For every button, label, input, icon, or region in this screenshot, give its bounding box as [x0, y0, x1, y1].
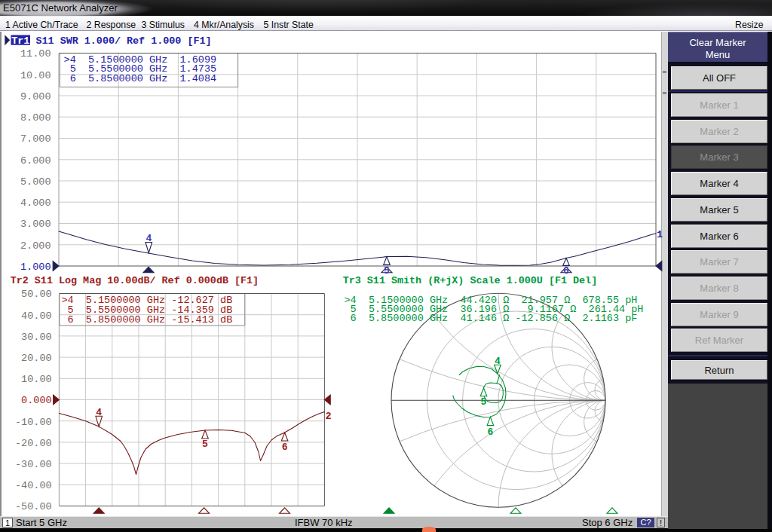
- svg-text:2.000: 2.000: [20, 240, 51, 252]
- svg-text:1.000: 1.000: [20, 261, 51, 273]
- svg-text:-30.00: -30.00: [15, 459, 52, 470]
- svg-text:6 5.8500000 GHz 41.146 Ω -12: 6 5.8500000 GHz 41.146 Ω -12.856 Ω 2.116…: [345, 313, 638, 324]
- svg-text:40.00: 40.00: [21, 310, 52, 322]
- svg-text:6: 6: [563, 265, 569, 277]
- svg-text:6 5.8500000 GHz 1.4084: 6 5.8500000 GHz 1.4084: [64, 73, 217, 84]
- svg-text:4: 4: [96, 407, 102, 418]
- svg-text:3.000: 3.000: [20, 219, 51, 230]
- svg-text:20.00: 20.00: [21, 353, 52, 364]
- svg-text:-40.00: -40.00: [15, 480, 52, 491]
- svg-text:50.00: 50.00: [21, 289, 52, 300]
- svg-text:S11 SWR 1.000/ Ref 1.000 [F1]: S11 SWR 1.000/ Ref 1.000 [F1]: [36, 35, 212, 47]
- svg-text:30.00: 30.00: [21, 332, 52, 343]
- svg-text:-20.00: -20.00: [15, 438, 52, 449]
- svg-text:5.000: 5.000: [20, 176, 51, 188]
- svg-text:0.000: 0.000: [21, 395, 52, 406]
- svg-text:10.00: 10.00: [21, 374, 52, 385]
- svg-text:6 5.8500000 GHz -15.413 dB: 6 5.8500000 GHz -15.413 dB: [61, 314, 232, 326]
- svg-text:6: 6: [282, 442, 288, 453]
- svg-text:5: 5: [384, 265, 390, 277]
- svg-text:1: 1: [657, 229, 663, 240]
- svg-text:6.000: 6.000: [20, 155, 51, 167]
- svg-text:11.00: 11.00: [20, 48, 51, 60]
- svg-text:5: 5: [481, 396, 487, 408]
- svg-text:Tr2 S11 Log Mag 10.00dB/ Ref 0: Tr2 S11 Log Mag 10.00dB/ Ref 0.000dB [F1…: [11, 275, 259, 286]
- svg-text:4: 4: [495, 356, 501, 367]
- svg-text:-10.00: -10.00: [15, 417, 52, 428]
- svg-text:2: 2: [326, 411, 332, 422]
- svg-text:Tr1: Tr1: [11, 35, 29, 47]
- svg-text:4.000: 4.000: [20, 197, 51, 209]
- svg-text:7.000: 7.000: [20, 133, 51, 145]
- svg-text:9.000: 9.000: [20, 91, 51, 102]
- svg-text:10.00: 10.00: [20, 70, 51, 81]
- svg-text:-50.00: -50.00: [15, 501, 52, 512]
- svg-text:5: 5: [202, 439, 208, 450]
- svg-text:4: 4: [146, 233, 152, 244]
- svg-text:8.000: 8.000: [20, 112, 51, 124]
- svg-text:Tr3 S11 Smith (R+jX) Scale 1.0: Tr3 S11 Smith (R+jX) Scale 1.000U [F1 De…: [343, 275, 598, 286]
- svg-text:6: 6: [487, 427, 493, 438]
